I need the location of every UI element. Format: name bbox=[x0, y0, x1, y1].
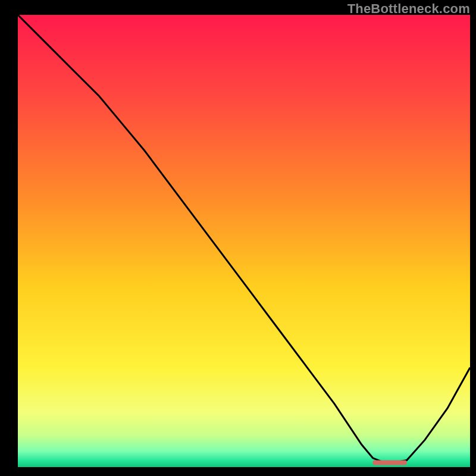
plateau-marker bbox=[373, 460, 407, 465]
chart-canvas bbox=[0, 0, 476, 476]
bottleneck-chart: TheBottleneck.com bbox=[0, 0, 476, 476]
